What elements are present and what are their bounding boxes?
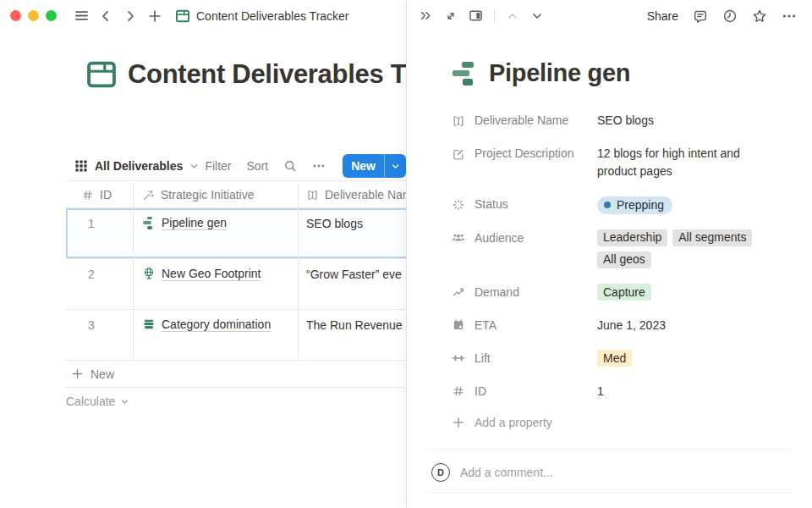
page-table-icon[interactable] <box>85 58 118 91</box>
tag-med[interactable]: Med <box>597 350 632 367</box>
favorite-star-icon[interactable] <box>752 8 767 24</box>
add-property-label: Add a property <box>475 416 552 429</box>
plus-icon <box>147 8 162 24</box>
close-peek-icon[interactable] <box>419 8 433 23</box>
property-value[interactable]: 1 <box>597 383 762 400</box>
property-label-text: Project Description <box>475 145 574 163</box>
property-label[interactable]: Demand <box>452 284 597 301</box>
breadcrumb-page-title[interactable]: Content Deliverables Tracker <box>196 9 349 23</box>
property-value[interactable]: June 1, 2023 <box>597 317 762 334</box>
app-window: Content Deliverables Tracker Content Del… <box>0 0 812 508</box>
cell-initiative[interactable]: New Geo Footprint <box>134 259 299 309</box>
search-icon[interactable] <box>283 159 297 173</box>
property-value[interactable]: Prepping <box>597 196 762 214</box>
more-options-icon[interactable] <box>312 159 326 173</box>
record-title[interactable]: Pipeline gen <box>489 59 630 87</box>
cell-initiative[interactable]: Pipeline gen <box>134 208 299 258</box>
property-value[interactable]: Leadership All segments All geos <box>597 229 762 268</box>
calculate-label: Calculate <box>66 395 115 408</box>
table-page-icon <box>175 8 190 24</box>
tag-capture[interactable]: Capture <box>597 284 651 301</box>
property-label[interactable]: Audience <box>452 229 597 247</box>
minimize-window-button[interactable] <box>28 10 39 21</box>
property-audience: Audience Leadership All segments All geo… <box>452 229 762 268</box>
audience-tags: Leadership All segments All geos <box>597 229 762 268</box>
property-label[interactable]: ID <box>452 383 597 400</box>
property-label[interactable]: Deliverable Name <box>452 112 597 130</box>
nav-back-button[interactable] <box>95 5 117 27</box>
new-record-button[interactable]: New <box>343 154 406 178</box>
column-header-id[interactable]: ID <box>66 182 134 207</box>
properties-list: Deliverable Name SEO blogs Project Descr… <box>452 112 762 429</box>
next-record-icon[interactable] <box>530 9 544 23</box>
new-record-button-label[interactable]: New <box>343 154 384 178</box>
dumbbell-icon <box>452 351 465 365</box>
cell-id[interactable]: 2 <box>66 259 134 309</box>
more-options-icon[interactable] <box>782 8 797 24</box>
status-dot <box>604 202 611 208</box>
record-link[interactable]: New Geo Footprint <box>162 267 261 280</box>
cell-id[interactable]: 3 <box>66 310 134 360</box>
cell-id[interactable]: 1 <box>66 208 134 258</box>
property-value[interactable]: 12 blogs for high intent and product pag… <box>597 145 762 180</box>
status-pill[interactable]: Prepping <box>597 196 672 214</box>
share-button[interactable]: Share <box>647 9 678 23</box>
traffic-lights <box>10 10 57 21</box>
table-new-row-button[interactable]: New <box>66 361 406 388</box>
property-eta: ETA June 1, 2023 <box>452 317 762 334</box>
add-property-button[interactable]: Add a property <box>452 416 762 429</box>
previous-record-icon[interactable] <box>506 9 519 23</box>
fullscreen-window-button[interactable] <box>46 10 57 21</box>
updates-history-icon[interactable] <box>722 8 738 24</box>
books-stack-icon <box>142 318 156 331</box>
wand-icon <box>142 189 155 202</box>
comment-input[interactable]: Add a comment... <box>460 466 553 479</box>
property-label[interactable]: ETA <box>452 317 597 334</box>
text-property-icon <box>306 189 319 202</box>
property-label[interactable]: Lift <box>452 350 597 367</box>
sort-button[interactable]: Sort <box>247 159 269 173</box>
chevron-left-icon <box>98 8 113 24</box>
nav-forward-button[interactable] <box>119 5 141 27</box>
property-project-description: Project Description 12 blogs for high in… <box>452 145 762 180</box>
record-title-row: Pipeline gen <box>451 59 812 87</box>
view-tab-all-deliverables[interactable]: All Deliverables <box>74 159 199 173</box>
calculate-button[interactable]: Calculate <box>66 388 406 415</box>
plus-icon <box>452 416 465 429</box>
property-id: ID 1 <box>452 383 762 400</box>
cell-initiative[interactable]: Category domination <box>134 310 299 360</box>
page-emoji-icon <box>175 8 190 24</box>
record-link[interactable]: Category domination <box>162 318 271 331</box>
text-property-icon <box>452 114 465 128</box>
close-window-button[interactable] <box>10 10 21 21</box>
new-record-dropdown[interactable] <box>384 154 406 178</box>
side-peek-mode-icon[interactable] <box>469 8 483 23</box>
property-value[interactable]: Capture <box>597 284 762 301</box>
tag-all-geos[interactable]: All geos <box>597 251 651 268</box>
property-value[interactable]: SEO blogs <box>597 112 762 130</box>
property-value[interactable]: Med <box>597 350 762 367</box>
chevron-down-icon <box>189 162 199 171</box>
property-label[interactable]: Status <box>452 196 597 213</box>
comments-divider <box>427 449 792 450</box>
tag-all-segments[interactable]: All segments <box>672 229 752 246</box>
comments-icon[interactable] <box>693 8 708 24</box>
expand-page-icon[interactable] <box>444 9 458 23</box>
comment-input-row[interactable]: D Add a comment... <box>431 463 792 482</box>
new-tab-button[interactable] <box>144 5 166 27</box>
property-label-text: Demand <box>475 284 519 301</box>
hash-icon <box>81 189 94 202</box>
trend-chart-icon <box>452 285 465 299</box>
property-status: Status Prepping <box>452 196 762 214</box>
column-label: Strategic Initiative <box>161 188 255 202</box>
property-label-text: Lift <box>475 350 491 367</box>
column-label: ID <box>100 188 112 202</box>
property-label[interactable]: Project Description <box>452 145 597 163</box>
column-header-initiative[interactable]: Strategic Initiative <box>134 182 299 207</box>
record-link[interactable]: Pipeline gen <box>162 216 227 229</box>
filter-button[interactable]: Filter <box>205 159 231 173</box>
sidebar-menu-button[interactable] <box>70 5 92 27</box>
status-spinner-icon <box>452 198 465 212</box>
tag-leadership[interactable]: Leadership <box>597 229 667 246</box>
pipeline-bars-icon[interactable] <box>451 61 480 86</box>
